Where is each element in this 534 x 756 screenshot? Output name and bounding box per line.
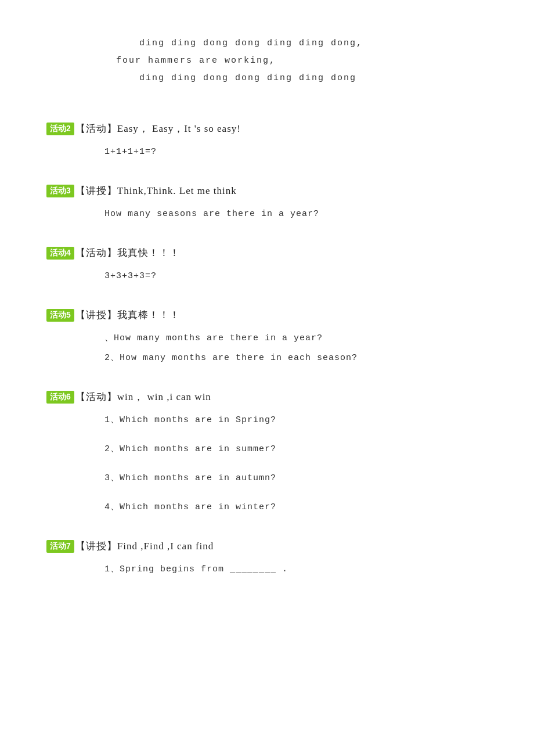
activity-header-3: 活动4【活动】我真快！！！: [46, 246, 488, 260]
activity-block-1: 活动2【活动】Easy， Easy，It 's so easy!1+1+1+1=…: [46, 122, 488, 161]
activity-title-1: 【活动】Easy， Easy，It 's so easy!: [75, 122, 241, 135]
poem-line-2: four hammers are working,: [116, 52, 488, 70]
activity-content-3: 3+3+3+3=?: [46, 268, 488, 285]
content-line-5-4: 4、Which months are in winter?: [104, 499, 488, 516]
activity-badge-4: 活动5: [46, 309, 74, 322]
activity-title-4: 【讲授】我真棒！！！: [75, 308, 180, 322]
activity-badge-2: 活动3: [46, 185, 74, 197]
activity-block-2: 活动3【讲授】Think,Think. Let me thinkHow many…: [46, 184, 488, 223]
poem-line-3: ding ding dong dong ding ding dong: [116, 70, 488, 87]
activity-block-5: 活动6【活动】win， win ,i can win1、Which months…: [46, 390, 488, 516]
activity-badge-3: 活动4: [46, 247, 74, 260]
activity-content-4: 、How many months are there in a year?2、H…: [46, 330, 488, 367]
activity-content-6: 1、Spring begins from ________ .: [46, 561, 488, 578]
content-line-2-1: How many seasons are there in a year?: [104, 206, 488, 223]
activity-badge-1: 活动2: [46, 123, 74, 135]
activity-content-2: How many seasons are there in a year?: [46, 206, 488, 223]
activity-title-6: 【讲授】Find ,Find ,I can find: [75, 539, 214, 553]
activity-badge-5: 活动6: [46, 391, 74, 404]
activity-header-5: 活动6【活动】win， win ,i can win: [46, 390, 488, 404]
activity-block-3: 活动4【活动】我真快！！！3+3+3+3=?: [46, 246, 488, 285]
activity-title-2: 【讲授】Think,Think. Let me think: [75, 184, 237, 197]
poem-line-1: ding ding dong dong ding ding dong,: [116, 35, 488, 52]
activity-header-1: 活动2【活动】Easy， Easy，It 's so easy!: [46, 122, 488, 135]
activity-content-5: 1、Which months are in Spring?2、Which mon…: [46, 412, 488, 516]
content-line-4-2: 2、How many months are there in each seas…: [104, 350, 488, 367]
content-line-5-2: 2、Which months are in summer?: [104, 441, 488, 458]
content-line-5-1: 1、Which months are in Spring?: [104, 412, 488, 429]
activity-header-6: 活动7【讲授】Find ,Find ,I can find: [46, 539, 488, 553]
content-line-1-1: 1+1+1+1=?: [104, 143, 488, 161]
content-line-4-1: 、How many months are there in a year?: [104, 330, 488, 347]
content-line-6-1: 1、Spring begins from ________ .: [104, 561, 488, 578]
activity-block-6: 活动7【讲授】Find ,Find ,I can find1、Spring be…: [46, 539, 488, 578]
content-line-5-3: 3、Which months are in autumn?: [104, 470, 488, 487]
activity-header-4: 活动5【讲授】我真棒！！！: [46, 308, 488, 322]
activity-block-4: 活动5【讲授】我真棒！！！、How many months are there …: [46, 308, 488, 367]
activity-content-1: 1+1+1+1=?: [46, 143, 488, 161]
poem-section: ding ding dong dong ding ding dong, four…: [46, 35, 488, 87]
activities-container: 活动2【活动】Easy， Easy，It 's so easy!1+1+1+1=…: [46, 122, 488, 578]
content-line-3-1: 3+3+3+3=?: [104, 268, 488, 285]
activity-badge-6: 活动7: [46, 540, 74, 553]
activity-title-5: 【活动】win， win ,i can win: [75, 390, 211, 404]
activity-header-2: 活动3【讲授】Think,Think. Let me think: [46, 184, 488, 197]
activity-title-3: 【活动】我真快！！！: [75, 246, 180, 260]
